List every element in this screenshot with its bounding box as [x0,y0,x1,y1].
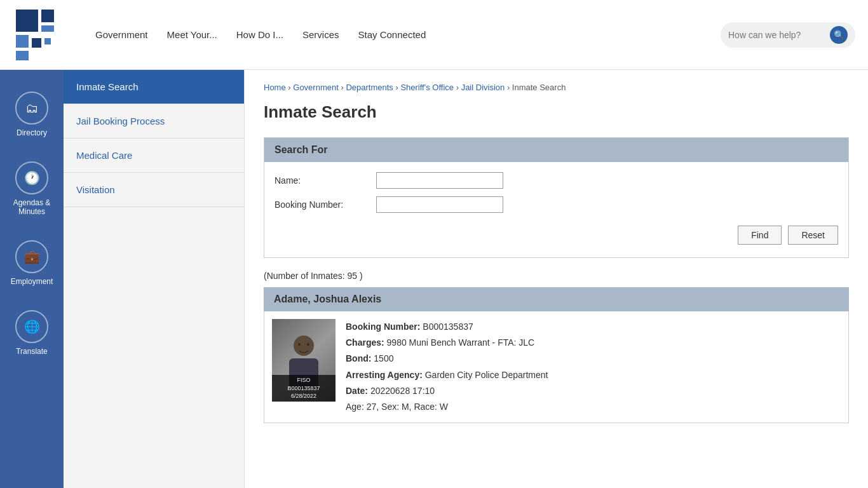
directory-icon: 🗂 [15,92,48,125]
page-layout: 🗂 Directory 🕐 Agendas & Minutes 💼 Employ… [0,70,868,488]
booking-number-row: Booking Number: B000135837 [346,319,841,335]
breadcrumb-current: Inmate Search [512,83,566,92]
nav-services[interactable]: Services [302,29,339,40]
breadcrumb-jail-division[interactable]: Jail Division [461,83,505,92]
left-nav: Inmate Search Jail Booking Process Medic… [64,70,245,488]
svg-rect-1 [41,10,54,22]
name-label: Name: [275,175,376,186]
agency-label: Arresting Agency: [346,370,423,380]
logo[interactable] [13,6,70,64]
svg-rect-5 [32,38,41,48]
header-search-button[interactable]: 🔍 [830,26,848,44]
svg-rect-0 [16,10,38,32]
booking-input[interactable] [376,196,503,213]
header-search: 🔍 [721,22,855,48]
inmate-photo: FISO B000135837 6/28/2022 [272,319,336,402]
translate-label: Translate [16,347,48,356]
charges-value: 9980 Muni Bench Warrant - FTA: JLC [387,337,535,348]
agendas-icon: 🕐 [15,161,48,194]
sidebar-item-translate[interactable]: 🌐 Translate [0,301,64,365]
svg-rect-6 [44,38,51,44]
sidebar-item-agendas[interactable]: 🕐 Agendas & Minutes [0,152,64,225]
header-search-input[interactable] [728,30,830,40]
date-value: 20220628 17:10 [370,386,435,396]
breadcrumb-government[interactable]: Government [293,83,339,92]
employment-label: Employment [11,277,53,286]
nav-meet-your[interactable]: Meet Your... [167,29,217,40]
breadcrumb-sheriffs[interactable]: Sheriff's Office [400,83,454,92]
photo-label: FISO B000135837 6/28/2022 [272,375,336,402]
nav-inmate-search[interactable]: Inmate Search [64,70,244,104]
booking-row: Booking Number: [275,196,838,213]
other-row: Age: 27, Sex: M, Race: W [346,399,841,415]
svg-rect-3 [16,35,29,48]
booking-number-label: Booking Number: [346,322,420,332]
date-label: Date: [346,386,368,396]
nav-stay-connected[interactable]: Stay Connected [358,29,426,40]
name-input[interactable] [376,172,503,189]
charges-label: Charges: [346,337,384,348]
inmate-name-header: Adame, Joshua Alexis [264,287,849,311]
bond-label: Bond: [346,353,371,363]
nav-government[interactable]: Government [95,29,148,40]
find-button[interactable]: Find [738,226,782,245]
inmate-details: Booking Number: B000135837 Charges: 9980… [346,319,841,415]
date-row: Date: 20220628 17:10 [346,383,841,399]
charges-row: Charges: 9980 Muni Bench Warrant - FTA: … [346,335,841,351]
directory-label: Directory [17,128,47,137]
content-area: Home › Government › Departments › Sherif… [245,70,868,488]
agendas-label: Agendas & Minutes [6,198,57,216]
page-title: Inmate Search [264,102,849,122]
svg-rect-4 [16,51,29,60]
svg-point-9 [298,343,301,346]
inmate-result: Adame, Joshua Alexis [264,287,849,423]
svg-rect-2 [41,25,54,32]
booking-label: Booking Number: [275,200,376,210]
nav-medical-care[interactable]: Medical Care [64,139,244,173]
inmate-body: FISO B000135837 6/28/2022 Booking Number… [264,311,849,423]
inmate-count: (Number of Inmates: 95 ) [264,271,849,281]
main-nav: Government Meet Your... How Do I... Serv… [95,22,855,48]
nav-how-do-i[interactable]: How Do I... [236,29,283,40]
bond-row: Bond: 1500 [346,351,841,367]
breadcrumb: Home › Government › Departments › Sherif… [264,83,849,92]
reset-button[interactable]: Reset [788,226,838,245]
translate-icon: 🌐 [15,310,48,343]
svg-point-10 [307,343,309,346]
search-section: Search For Name: Booking Number: Find Re… [264,137,849,258]
breadcrumb-sep4: › [507,83,512,92]
breadcrumb-departments[interactable]: Departments [346,83,393,92]
header: Government Meet Your... How Do I... Serv… [0,0,868,70]
breadcrumb-home[interactable]: Home [264,83,286,92]
nav-visitation[interactable]: Visitation [64,173,244,207]
name-row: Name: [275,172,838,189]
nav-jail-booking[interactable]: Jail Booking Process [64,104,244,139]
form-buttons: Find Reset [275,220,838,247]
search-form-header: Search For [264,138,848,162]
other-value: Age: 27, Sex: M, Race: W [346,402,448,412]
bond-value: 1500 [374,353,393,363]
employment-icon: 💼 [15,240,48,273]
icon-sidebar: 🗂 Directory 🕐 Agendas & Minutes 💼 Employ… [0,70,64,488]
agency-value: Garden City Police Department [425,370,548,380]
main-content: Inmate Search Jail Booking Process Medic… [64,70,868,488]
agency-row: Arresting Agency: Garden City Police Dep… [346,367,841,383]
sidebar-item-employment[interactable]: 💼 Employment [0,231,64,295]
breadcrumb-sep3: › [456,83,461,92]
booking-number-value: B000135837 [423,322,473,332]
sidebar-item-directory[interactable]: 🗂 Directory [0,83,64,146]
search-form-body: Name: Booking Number: Find Reset [264,162,848,257]
